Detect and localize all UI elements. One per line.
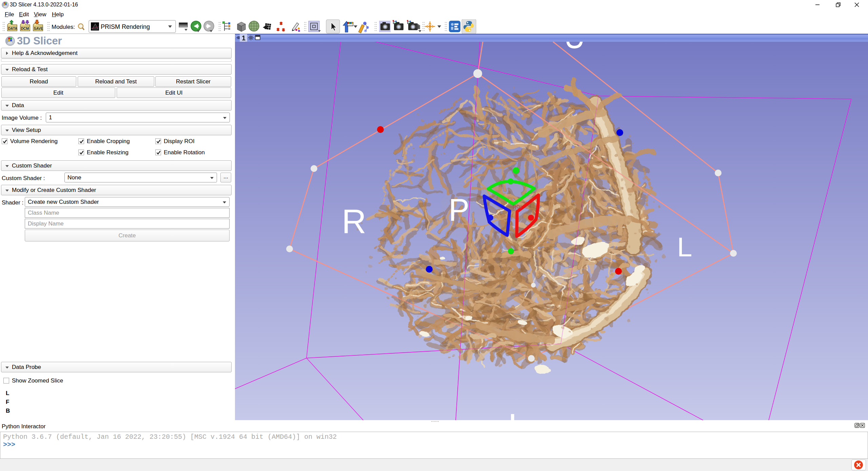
svg-text:SAVE: SAVE (34, 26, 43, 31)
svg-text:DATA: DATA (8, 26, 18, 31)
svg-text:P: P (449, 193, 469, 227)
svg-text:L: L (677, 232, 692, 262)
svg-text:1: 1 (242, 34, 245, 42)
svg-text:Modules:: Modules: (52, 24, 75, 30)
svg-text:R: R (342, 202, 366, 240)
svg-text:PRISM Rendering: PRISM Rendering (101, 23, 150, 30)
svg-text:ROI: ROI (513, 204, 522, 210)
svg-text:DCM: DCM (21, 26, 29, 31)
